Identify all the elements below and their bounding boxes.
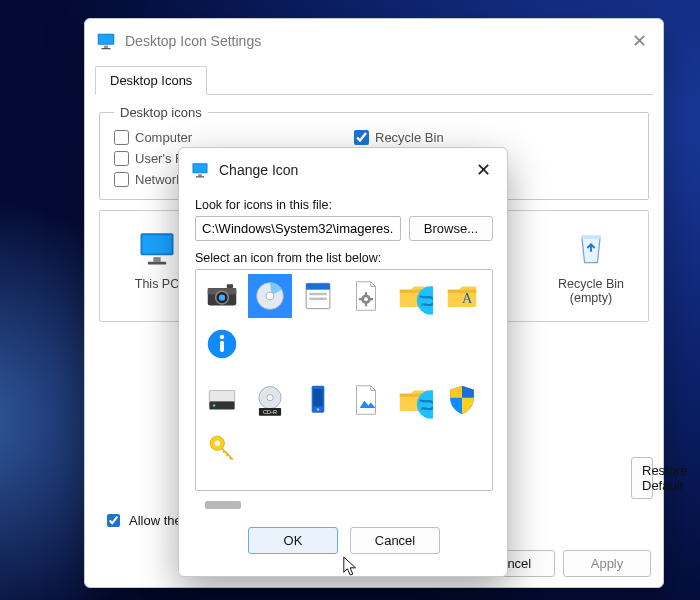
checkbox-computer[interactable]: Computer — [114, 130, 334, 145]
checkbox-recycle-bin[interactable]: Recycle Bin — [354, 130, 574, 145]
change-icon-app-icon — [189, 159, 211, 181]
photo-file2-icon[interactable] — [344, 482, 388, 486]
browse-button[interactable]: Browse... — [409, 216, 493, 241]
checkbox-users-files-input[interactable] — [114, 151, 129, 166]
disc-cdr-icon[interactable]: CD-R — [248, 378, 292, 422]
svg-text:A: A — [462, 290, 473, 306]
portable-device-icon[interactable] — [296, 378, 340, 422]
tab-desktop-icons[interactable]: Desktop Icons — [95, 66, 207, 95]
tab-strip: Desktop Icons — [95, 65, 653, 95]
icon-path-input[interactable] — [195, 216, 401, 241]
dialog-title: Desktop Icon Settings — [125, 33, 625, 49]
icon-list[interactable]: ACD-RCD-ROMCD-RW — [195, 269, 493, 491]
titlebar: Desktop Icon Settings ✕ — [85, 19, 663, 63]
titlebar: Change Icon ✕ — [179, 148, 507, 192]
preview-recycle-empty[interactable]: Recycle Bin (empty) — [548, 225, 634, 305]
settings-file-icon[interactable] — [344, 274, 388, 318]
key-icon[interactable] — [200, 426, 244, 470]
monitor-icon — [134, 225, 180, 271]
lock-icon[interactable] — [200, 482, 244, 486]
checkbox-network-input[interactable] — [114, 172, 129, 187]
restore-default-button[interactable]: Restore Default — [631, 457, 653, 499]
checkbox-recycle-bin-input[interactable] — [354, 130, 369, 145]
user-group-icon[interactable] — [440, 482, 484, 486]
checkbox-label: Recycle Bin — [375, 130, 444, 145]
checkbox-computer-input[interactable] — [114, 130, 129, 145]
svg-text:CD-R: CD-R — [263, 409, 277, 415]
info-icon[interactable] — [200, 322, 244, 366]
folder-globe2-icon[interactable] — [392, 378, 436, 422]
hard-drive-icon[interactable] — [200, 378, 244, 422]
scrollbar-thumb[interactable] — [205, 501, 241, 509]
look-for-label: Look for icons in this file: — [195, 198, 493, 212]
folder-globe-icon[interactable] — [392, 274, 436, 318]
dialog-title: Change Icon — [219, 162, 469, 178]
photo-file-icon[interactable] — [344, 378, 388, 422]
drive-question-icon[interactable] — [392, 482, 436, 486]
change-icon-dialog: Change Icon ✕ Look for icons in this fil… — [178, 147, 508, 577]
settings-file2-icon[interactable] — [296, 482, 340, 486]
preview-label: Recycle Bin (empty) — [548, 277, 634, 305]
select-icon-label: Select an icon from the list below: — [195, 251, 493, 265]
recycle-bin-icon — [568, 225, 614, 271]
close-button[interactable]: ✕ — [625, 27, 653, 55]
disc-cdrom-icon[interactable]: CD-ROM — [248, 482, 292, 486]
fieldset-legend: Desktop icons — [114, 105, 208, 120]
cancel-button[interactable]: Cancel — [350, 527, 440, 554]
camera-icon[interactable] — [200, 274, 244, 318]
allow-themes-input[interactable] — [107, 514, 120, 527]
close-button[interactable]: ✕ — [469, 156, 497, 184]
checkbox-label: Computer — [135, 130, 192, 145]
horizontal-scrollbar[interactable] — [195, 497, 493, 513]
folder-letter-icon[interactable]: A — [440, 274, 484, 318]
shield-icon[interactable] — [440, 378, 484, 422]
window-icon[interactable] — [296, 274, 340, 318]
apply-button[interactable]: Apply — [563, 550, 651, 577]
desktop-settings-icon — [95, 30, 117, 52]
checkbox-label: Network — [135, 172, 183, 187]
disc-blue-icon[interactable] — [248, 274, 292, 318]
ok-button[interactable]: OK — [248, 527, 338, 554]
